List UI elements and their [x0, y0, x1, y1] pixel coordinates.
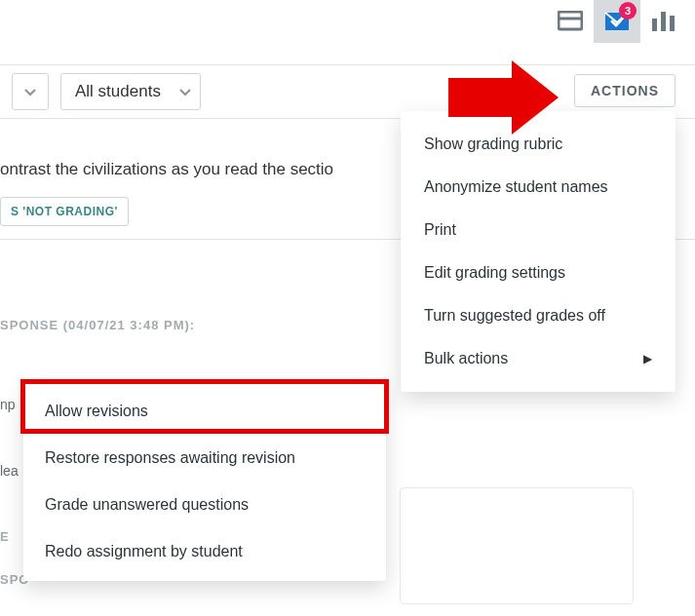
menu-item-suggested-off[interactable]: Turn suggested grades off	[401, 294, 676, 337]
card-icon-button[interactable]	[547, 0, 594, 43]
response-meta-label: SPONSE (04/07/21 3:48 PM):	[0, 318, 195, 332]
bulk-item-grade-unanswered[interactable]: Grade unanswered questions	[23, 481, 386, 528]
card-icon	[558, 11, 583, 32]
bulk-actions-submenu: Allow revisions Restore responses awaiti…	[23, 382, 386, 581]
menu-item-anonymize[interactable]: Anonymize student names	[401, 166, 676, 209]
bar-chart-icon	[651, 11, 676, 32]
top-icon-bar: 3	[547, 0, 687, 43]
students-filter-dropdown[interactable]: All students	[60, 73, 201, 110]
not-grading-chip[interactable]: S 'NOT GRADING'	[0, 197, 129, 226]
svg-rect-0	[559, 12, 582, 29]
bulk-item-restore-responses[interactable]: Restore responses awaiting revision	[23, 435, 386, 481]
menu-item-bulk-actions[interactable]: Bulk actions ▶	[401, 337, 676, 380]
text-fragment-e: E	[0, 529, 10, 544]
bulk-item-redo-assignment[interactable]: Redo assignment by student	[23, 528, 386, 575]
svg-rect-2	[652, 19, 657, 31]
chevron-down-icon	[178, 85, 192, 98]
inbox-icon-button[interactable]: 3	[594, 0, 640, 43]
chevron-down-icon	[23, 85, 37, 98]
notification-badge: 3	[619, 2, 637, 19]
bulk-item-allow-revisions[interactable]: Allow revisions	[23, 388, 386, 435]
caret-right-icon: ▶	[643, 352, 652, 366]
menu-item-edit-grading[interactable]: Edit grading settings	[401, 251, 676, 294]
menu-item-show-rubric[interactable]: Show grading rubric	[401, 123, 676, 166]
prompt-text-fragment: ontrast the civilizations as you read th…	[0, 160, 333, 179]
card-outline	[400, 487, 634, 604]
text-fragment-np: np	[0, 397, 16, 412]
svg-rect-3	[661, 12, 666, 31]
svg-rect-4	[670, 16, 675, 31]
text-fragment-lea: lea	[0, 463, 19, 479]
students-filter-label: All students	[75, 82, 161, 101]
actions-button[interactable]: ACTIONS	[574, 74, 676, 107]
menu-item-print[interactable]: Print	[401, 209, 676, 251]
actions-menu: Show grading rubric Anonymize student na…	[401, 111, 676, 392]
filter-dropdown-1[interactable]	[12, 73, 49, 110]
stats-icon-button[interactable]	[640, 0, 687, 43]
